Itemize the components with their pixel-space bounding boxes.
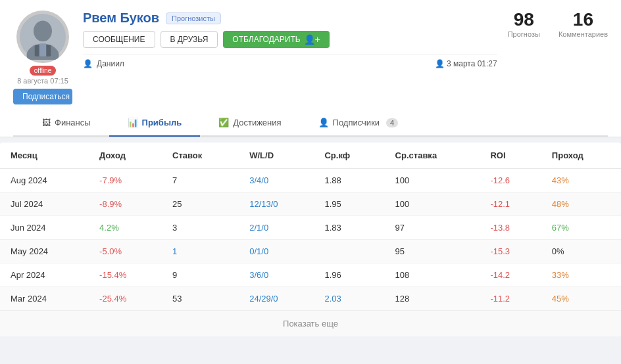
thanks-button[interactable]: ОТБЛАГОДАРИТЬ 👤+ (223, 31, 329, 48)
stats-section: 98 Прогнозы 16 Комментариев (508, 11, 608, 38)
comments-label: Комментариев (559, 30, 608, 38)
show-more-button[interactable]: Показать еще (0, 310, 621, 336)
profit-icon: 📊 (128, 118, 138, 127)
col-roi: ROI (480, 143, 541, 169)
forecasts-stat: 98 Прогнозы (508, 11, 540, 38)
table-row: Apr 2024-15.4%93/6/01.96108-14.233% (0, 263, 621, 287)
avatar-section: offline 8 августа 07:15 Подписаться (13, 11, 72, 104)
stats-row: 98 Прогнозы 16 Комментариев (508, 11, 608, 38)
profile-header: offline 8 августа 07:15 Подписаться Рвем… (0, 0, 621, 137)
friend-name: Даниил (97, 59, 124, 68)
col-wld: W/L/D (239, 143, 314, 169)
message-button[interactable]: СООБЩЕНИЕ (83, 31, 155, 48)
finances-icon: 🖼 (42, 118, 51, 127)
forecasts-num: 98 (514, 11, 534, 29)
table-row: Aug 2024-7.9%73/4/01.88100-12.643% (0, 169, 621, 193)
table-body: Aug 2024-7.9%73/4/01.88100-12.643%Jul 20… (0, 169, 621, 311)
profile-name: Рвем Буков (83, 11, 159, 26)
tab-finances[interactable]: 🖼 Финансы (24, 110, 109, 137)
subscribe-button[interactable]: Подписаться (13, 89, 72, 104)
action-buttons: СООБЩЕНИЕ В ДРУЗЬЯ ОТБЛАГОДАРИТЬ 👤+ (83, 31, 497, 48)
col-bets: Ставок (162, 143, 239, 169)
table-row: May 2024-5.0%10/1/095-15.30% (0, 240, 621, 263)
profile-info: Рвем Буков Прогнозисты СООБЩЕНИЕ В ДРУЗЬ… (83, 11, 497, 72)
role-badge: Прогнозисты (166, 12, 221, 24)
profit-table-section: Месяц Доход Ставок W/L/D Ср.кф Ср.ставка… (0, 143, 621, 336)
forecasts-label: Прогнозы (508, 30, 540, 38)
svg-point-1 (34, 21, 52, 42)
achievements-icon: ✅ (218, 118, 229, 127)
person-icon: 👤 (83, 59, 93, 68)
subscribers-icon: 👤 (318, 118, 329, 127)
friend-info-row: 👤 Даниил 👤 3 марта 01:27 (83, 55, 497, 72)
tab-subscribers[interactable]: 👤 Подписчики 4 (300, 110, 417, 137)
add-friend-icon: 👤+ (304, 34, 320, 45)
col-avg-kf: Ср.кф (314, 143, 384, 169)
col-month: Месяц (0, 143, 89, 169)
col-avg-bet: Ср.ставка (385, 143, 480, 169)
calendar-icon: 👤 (435, 59, 445, 68)
tabs-bar: 🖼 Финансы 📊 Прибыль ✅ Достижения 👤 Подпи… (13, 110, 608, 137)
table-row: Jul 2024-8.9%2512/13/01.95100-12.148% (0, 193, 621, 216)
profit-table: Месяц Доход Ставок W/L/D Ср.кф Ср.ставка… (0, 143, 621, 310)
friend-info-left: 👤 Даниил (83, 59, 124, 68)
tab-achievements[interactable]: ✅ Достижения (200, 110, 299, 137)
status-badge: offline (30, 66, 57, 76)
col-pass: Проход (541, 143, 621, 169)
subscribers-count: 4 (386, 118, 398, 127)
table-header: Месяц Доход Ставок W/L/D Ср.кф Ср.ставка… (0, 143, 621, 169)
tab-subscribers-label: Подписчики (333, 118, 380, 127)
comments-num: 16 (573, 11, 593, 29)
tab-profit[interactable]: 📊 Прибыль (109, 110, 201, 137)
tab-finances-label: Финансы (55, 118, 91, 127)
thanks-label: ОТБЛАГОДАРИТЬ (232, 35, 300, 44)
table-row: Jun 20244.2%32/1/01.8397-13.867% (0, 216, 621, 240)
svg-rect-5 (39, 44, 47, 57)
tab-achievements-label: Достижения (233, 118, 281, 127)
table-row: Mar 2024-25.4%5324/29/02.03128-11.245% (0, 287, 621, 311)
tab-profit-label: Прибыль (142, 118, 182, 127)
friend-date: 3 марта 01:27 (447, 59, 497, 68)
last-seen: 8 августа 07:15 (17, 77, 68, 85)
friend-info-right: 👤 3 марта 01:27 (435, 59, 497, 68)
comments-stat: 16 Комментариев (559, 11, 608, 38)
col-income: Доход (89, 143, 162, 169)
friends-button[interactable]: В ДРУЗЬЯ (161, 31, 218, 48)
avatar (16, 11, 69, 63)
